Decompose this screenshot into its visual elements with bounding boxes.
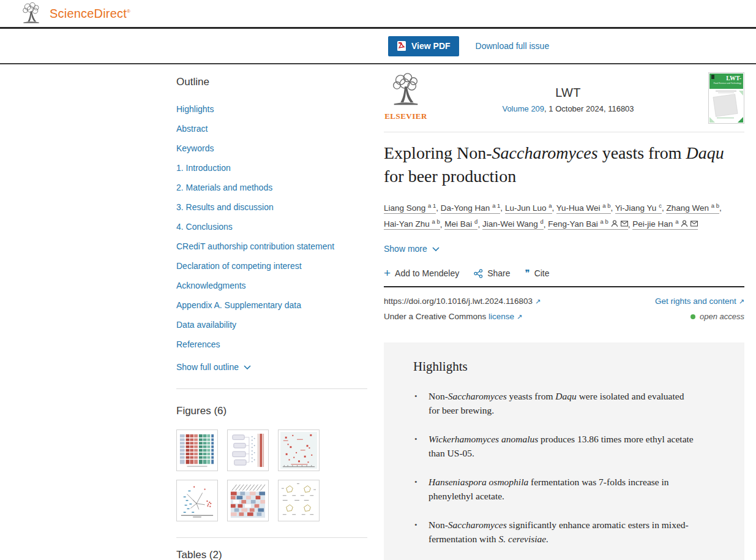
figure-thumbnail-3[interactable] xyxy=(278,429,320,471)
elsevier-tree-icon xyxy=(18,2,44,25)
pdf-icon xyxy=(397,40,406,51)
envelope-icon xyxy=(621,220,628,227)
registered-mark: ® xyxy=(127,9,130,14)
article-toolbar: View PDF Download full issue xyxy=(0,29,756,64)
author-link[interactable]: Yi-Jiang Yu c, xyxy=(615,203,667,214)
cite-icon: ❞ xyxy=(525,269,530,278)
svg-text:Food Science and Technology: Food Science and Technology xyxy=(714,82,742,85)
outline-item-materials-methods[interactable]: 2. Materials and methods xyxy=(176,183,367,192)
figures-title: Figures (6) xyxy=(176,405,367,417)
cite-button[interactable]: ❞ Cite xyxy=(525,268,550,278)
outline-item-keywords[interactable]: Keywords xyxy=(176,144,367,153)
svg-text:LWT-: LWT- xyxy=(726,75,741,81)
author-link[interactable]: Liang Song a 1, xyxy=(384,203,441,214)
volume-link[interactable]: Volume 209 xyxy=(502,104,544,113)
sidebar-divider-2 xyxy=(176,537,367,538)
license-prefix: Under a Creative Commons xyxy=(384,312,488,321)
figure-thumbnail-6[interactable] xyxy=(278,480,320,521)
download-full-issue-link[interactable]: Download full issue xyxy=(476,41,550,51)
outline-item-appendix[interactable]: Appendix A. Supplementary data xyxy=(176,301,367,309)
author-link[interactable]: Jian-Wei Wang d, xyxy=(482,219,548,230)
external-link-icon: ↗ xyxy=(739,298,744,305)
view-pdf-button[interactable]: View PDF xyxy=(388,36,459,56)
plus-icon: + xyxy=(384,269,391,278)
elsevier-tree-icon xyxy=(388,72,424,108)
doi-link[interactable]: https://doi.org/10.1016/j.lwt.2024.11680… xyxy=(384,297,541,306)
external-link-icon: ↗ xyxy=(535,298,541,305)
highlight-item: Non-Saccharomyces significantly enhance … xyxy=(413,518,696,546)
sciencedirect-logo[interactable]: ScienceDirect® xyxy=(50,7,130,21)
rights-and-content-link[interactable]: Get rights and content↗ xyxy=(655,297,744,306)
open-access-badge: open access xyxy=(691,312,744,321)
author-list: Liang Song a 1, Da-Yong Han a 1, Lu-Jun … xyxy=(384,199,744,231)
external-link-icon: ↗ xyxy=(517,313,522,320)
journal-name: LWT xyxy=(428,86,708,100)
highlight-item: Hanseniaspora osmophila fermentation was… xyxy=(413,475,696,503)
article-title: Exploring Non-Saccharomyces yeasts from … xyxy=(384,142,734,188)
share-button[interactable]: Share xyxy=(474,268,510,278)
person-icon xyxy=(611,220,618,227)
license-row: Under a Creative Commons license↗ open a… xyxy=(384,312,744,321)
sidebar-divider xyxy=(176,388,367,389)
add-to-mendeley-button[interactable]: + Add to Mendeley xyxy=(384,268,459,278)
figure-thumbnail-5[interactable] xyxy=(227,480,269,521)
outline-item-abstract[interactable]: Abstract xyxy=(176,124,367,133)
author-link[interactable]: Lu-Jun Luo a, xyxy=(505,203,556,214)
elsevier-wordmark: ELSEVIER xyxy=(384,112,428,121)
outline-item-credit-statement[interactable]: CRediT authorship contribution statement xyxy=(176,242,367,251)
outline-item-competing-interest[interactable]: Declaration of competing interest xyxy=(176,262,367,270)
journal-banner: ELSEVIER LWT Volume 209, 1 October 2024,… xyxy=(384,72,744,124)
highlight-item: Non-Saccharomyces yeasts from Daqu were … xyxy=(413,389,696,417)
author-link[interactable]: Da-Yong Han a 1, xyxy=(441,203,505,214)
banner-divider xyxy=(384,132,744,132)
outline-item-data-availability[interactable]: Data availability xyxy=(176,320,367,329)
show-more-button[interactable]: Show more xyxy=(384,244,440,254)
highlights-box: Highlights Non-Saccharomyces yeasts from… xyxy=(384,342,744,560)
chevron-down-icon xyxy=(432,247,440,251)
article-actions: + Add to Mendeley Share ❞ Cite xyxy=(384,268,744,278)
author-link[interactable]: Zhang Wen a b, xyxy=(666,203,721,214)
person-icon xyxy=(681,220,688,227)
figure-thumbnail-1[interactable] xyxy=(176,429,218,471)
outline-item-highlights[interactable]: Highlights xyxy=(176,105,367,113)
tables-title: Tables (2) xyxy=(176,549,367,560)
article-main: ELSEVIER LWT Volume 209, 1 October 2024,… xyxy=(384,64,744,560)
outline-title: Outline xyxy=(176,76,367,88)
article-meta-divider xyxy=(384,286,744,287)
sciencedirect-header: ScienceDirect® xyxy=(0,0,756,29)
highlights-title: Highlights xyxy=(413,359,726,374)
outline-sidebar: Outline Highlights Abstract Keywords 1. … xyxy=(176,64,367,560)
journal-issue-line: Volume 209, 1 October 2024, 116803 xyxy=(428,104,708,113)
chevron-down-icon xyxy=(244,365,251,369)
license-link[interactable]: license↗ xyxy=(488,312,522,321)
highlight-item: Wickerhamomyces anomalus produces 13.86 … xyxy=(413,432,696,460)
view-pdf-label: View PDF xyxy=(411,41,451,51)
figure-thumbnail-2[interactable] xyxy=(227,429,269,471)
open-access-dot-icon xyxy=(691,314,695,319)
envelope-icon xyxy=(691,220,698,227)
outline-item-introduction[interactable]: 1. Introduction xyxy=(176,164,367,172)
figure-thumbnail-4[interactable] xyxy=(176,480,218,521)
show-full-outline-button[interactable]: Show full outline xyxy=(176,362,251,372)
outline-item-acknowledgments[interactable]: Acknowledgments xyxy=(176,281,367,290)
doi-row: https://doi.org/10.1016/j.lwt.2024.11680… xyxy=(384,297,744,306)
outline-nav: Highlights Abstract Keywords 1. Introduc… xyxy=(176,105,367,349)
figure-thumbnails xyxy=(176,429,367,521)
elsevier-logo[interactable]: ELSEVIER xyxy=(384,72,428,121)
outline-item-conclusions[interactable]: 4. Conclusions xyxy=(176,222,367,231)
author-link[interactable]: Feng-Yan Bai a b, xyxy=(548,219,632,230)
author-link[interactable]: Pei-jie Han a xyxy=(632,219,698,230)
share-icon xyxy=(474,269,483,278)
outline-item-references[interactable]: References xyxy=(176,340,367,349)
highlights-list: Non-Saccharomyces yeasts from Daqu were … xyxy=(413,389,726,560)
author-link[interactable]: Hai-Yan Zhu a b, xyxy=(384,219,444,230)
issue-info: , 1 October 2024, 116803 xyxy=(544,104,634,113)
outline-item-results-discussion[interactable]: 3. Results and discussion xyxy=(176,203,367,211)
journal-cover-image[interactable]: LWT- Food Science and Technology xyxy=(708,72,744,124)
author-link[interactable]: Mei Bai d, xyxy=(444,219,482,230)
author-link[interactable]: Yu-Hua Wei a b, xyxy=(556,203,615,214)
